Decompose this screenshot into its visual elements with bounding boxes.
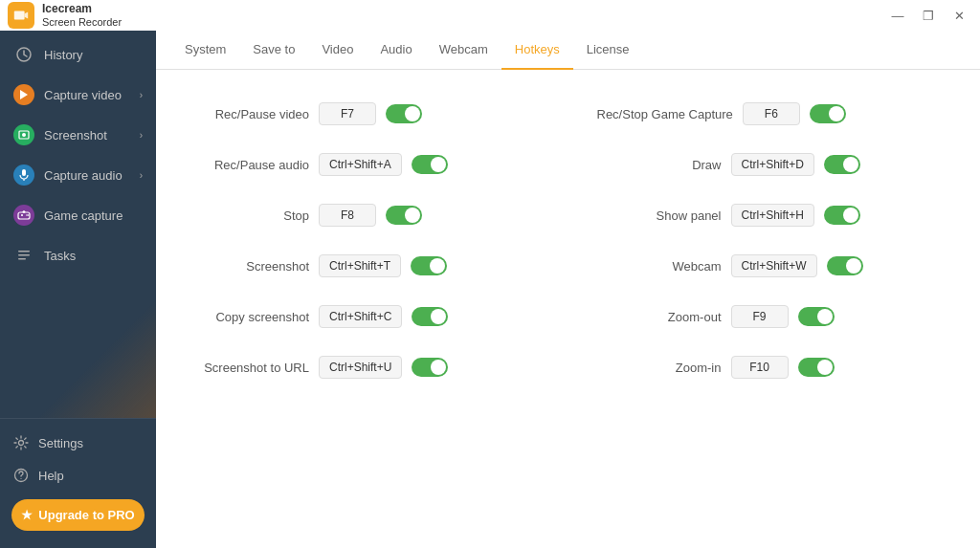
hotkey-key-copy-screenshot[interactable]: Ctrl+Shift+C	[319, 305, 402, 328]
hotkey-stop: Stop F8	[185, 190, 568, 241]
hotkey-key-screenshot[interactable]: Ctrl+Shift+T	[319, 254, 401, 277]
hotkey-key-draw[interactable]: Ctrl+Shift+D	[731, 153, 814, 176]
svg-rect-6	[22, 169, 26, 176]
capture-audio-icon	[13, 164, 34, 186]
hotkey-label-show-panel: Show panel	[597, 208, 722, 223]
hotkeys-left-column: Rec/Pause video F7 Rec/Pause audio Ctrl+…	[185, 89, 568, 393]
svg-marker-3	[20, 90, 28, 99]
hotkey-key-zoom-out[interactable]: F9	[731, 305, 789, 328]
hotkey-toggle-screenshot-url[interactable]	[412, 358, 448, 377]
tab-save-to[interactable]: Save to	[239, 31, 308, 70]
hotkey-label-screenshot: Screenshot	[185, 259, 309, 274]
hotkey-screenshot: Screenshot Ctrl+Shift+T	[185, 241, 568, 292]
svg-point-5	[22, 133, 26, 137]
hotkey-toggle-rec-pause-audio[interactable]	[412, 155, 448, 174]
hotkey-key-stop[interactable]: F8	[319, 204, 376, 227]
hotkey-rec-pause-video: Rec/Pause video F7	[185, 89, 568, 140]
hotkey-label-zoom-in: Zoom-in	[597, 361, 722, 375]
hotkey-toggle-draw[interactable]	[824, 155, 860, 174]
tasks-icon	[13, 245, 34, 266]
upgrade-label: Upgrade to PRO	[38, 508, 134, 522]
sidebar-nav: History Capture video › Screenshot ›	[0, 31, 156, 275]
svg-point-18	[19, 441, 24, 446]
sidebar-label-capture-audio: Capture audio	[44, 168, 122, 183]
hotkey-key-screenshot-url[interactable]: Ctrl+Shift+U	[319, 356, 402, 379]
hotkey-label-copy-screenshot: Copy screenshot	[185, 310, 309, 324]
sidebar-label-capture-video: Capture video	[44, 88, 122, 102]
hotkey-label-rec-stop-game: Rec/Stop Game Capture	[597, 107, 733, 121]
hotkeys-grid: Rec/Pause video F7 Rec/Pause audio Ctrl+…	[185, 89, 951, 393]
hotkey-label-rec-pause-video: Rec/Pause video	[185, 107, 309, 121]
tab-system[interactable]: System	[171, 31, 239, 70]
svg-marker-1	[25, 11, 29, 18]
hotkey-copy-screenshot: Copy screenshot Ctrl+Shift+C	[185, 292, 568, 342]
chevron-right-icon-3: ›	[140, 170, 143, 181]
hotkey-toggle-screenshot[interactable]	[411, 256, 447, 275]
sidebar-label-screenshot: Screenshot	[44, 128, 107, 142]
hotkey-key-zoom-in[interactable]: F10	[731, 356, 789, 379]
sidebar-label-game-capture: Game capture	[44, 208, 122, 223]
hotkey-key-webcam[interactable]: Ctrl+Shift+W	[731, 254, 817, 277]
help-icon	[13, 468, 29, 483]
settings-label: Settings	[38, 436, 83, 450]
chevron-right-icon: ›	[140, 90, 143, 100]
hotkey-toggle-rec-pause-video[interactable]	[386, 104, 422, 123]
history-icon	[13, 44, 34, 65]
sidebar-item-capture-video[interactable]: Capture video ›	[0, 75, 156, 115]
hotkey-zoom-in: Zoom-in F10	[568, 342, 952, 393]
sidebar-item-screenshot[interactable]: Screenshot ›	[0, 115, 156, 155]
hotkey-show-panel: Show panel Ctrl+Shift+H	[568, 190, 952, 241]
tab-hotkeys[interactable]: Hotkeys	[501, 31, 573, 70]
svg-rect-0	[14, 11, 25, 20]
hotkey-rec-pause-audio: Rec/Pause audio Ctrl+Shift+A	[185, 140, 568, 190]
hotkey-toggle-copy-screenshot[interactable]	[412, 307, 448, 326]
tab-license[interactable]: License	[573, 31, 643, 70]
tab-video[interactable]: Video	[308, 31, 367, 70]
svg-point-20	[20, 478, 21, 479]
sidebar-item-capture-audio[interactable]: Capture audio ›	[0, 155, 156, 195]
sidebar-label-tasks: Tasks	[44, 249, 76, 263]
hotkey-label-screenshot-url: Screenshot to URL	[185, 361, 309, 375]
maximize-button[interactable]: ❐	[915, 5, 942, 26]
sidebar-item-game-capture[interactable]: Game capture	[0, 195, 156, 235]
sidebar-item-history[interactable]: History	[0, 34, 156, 75]
hotkey-toggle-rec-stop-game[interactable]	[810, 104, 846, 123]
upgrade-button[interactable]: ★ Upgrade to PRO	[11, 499, 145, 531]
sidebar-bottom: Settings Help ★ Upgrade to PRO	[0, 418, 156, 548]
settings-item[interactable]: Settings	[0, 427, 156, 459]
hotkeys-right-column: Rec/Stop Game Capture F6 Draw Ctrl+Shift…	[568, 89, 952, 393]
help-item[interactable]: Help	[0, 459, 156, 492]
hotkey-toggle-stop[interactable]	[386, 206, 422, 225]
svg-rect-16	[18, 254, 30, 256]
hotkey-label-stop: Stop	[185, 208, 309, 223]
hotkey-toggle-zoom-out[interactable]	[798, 307, 835, 326]
hotkey-toggle-webcam[interactable]	[827, 256, 863, 275]
hotkey-key-rec-pause-audio[interactable]: Ctrl+Shift+A	[319, 153, 402, 176]
hotkey-key-show-panel[interactable]: Ctrl+Shift+H	[731, 204, 814, 227]
hotkey-label-zoom-out: Zoom-out	[597, 310, 722, 324]
tab-audio[interactable]: Audio	[367, 31, 425, 70]
svg-point-14	[28, 214, 30, 216]
tab-webcam[interactable]: Webcam	[426, 31, 501, 70]
hotkey-rec-stop-game: Rec/Stop Game Capture F6	[568, 89, 952, 140]
hotkey-label-rec-pause-audio: Rec/Pause audio	[185, 158, 309, 172]
sidebar-item-tasks[interactable]: Tasks	[0, 235, 156, 275]
capture-video-icon	[13, 84, 34, 105]
minimize-button[interactable]: —	[884, 5, 911, 26]
app-icon	[8, 2, 34, 29]
hotkey-toggle-zoom-in[interactable]	[798, 358, 835, 377]
close-button[interactable]: ✕	[946, 5, 972, 26]
hotkey-zoom-out: Zoom-out F9	[568, 292, 952, 342]
hotkey-toggle-show-panel[interactable]	[824, 206, 860, 225]
title-bar: Icecream Screen Recorder — ❐ ✕	[0, 0, 980, 31]
app-branding: Icecream Screen Recorder	[8, 2, 122, 29]
sidebar-label-history: History	[44, 48, 82, 62]
hotkeys-panel: Rec/Pause video F7 Rec/Pause audio Ctrl+…	[156, 70, 980, 548]
svg-point-13	[26, 214, 28, 216]
hotkey-webcam: Webcam Ctrl+Shift+W	[568, 241, 952, 292]
hotkey-key-rec-pause-video[interactable]: F7	[319, 102, 376, 125]
game-capture-icon	[13, 205, 34, 226]
hotkey-key-rec-stop-game[interactable]: F6	[743, 102, 800, 125]
hotkey-screenshot-url: Screenshot to URL Ctrl+Shift+U	[185, 342, 568, 393]
app-body: History Capture video › Screenshot ›	[0, 31, 980, 548]
